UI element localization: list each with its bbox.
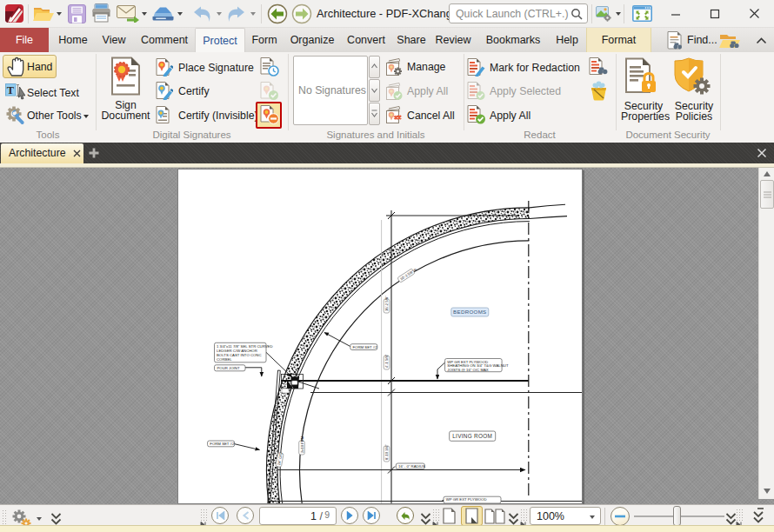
svg-text:JOISTS @ 16" O/C MAX: JOISTS @ 16" O/C MAX (447, 368, 489, 372)
svg-text:2x10 FRM: 2x10 FRM (300, 436, 304, 453)
svg-text:FORM SET #2: FORM SET #2 (210, 442, 235, 446)
svg-text:10'-3 5/8" R: 10'-3 5/8" R (399, 267, 417, 281)
svg-text:POUR JOINT: POUR JOINT (217, 366, 240, 370)
svg-text:4'-1 5/8": 4'-1 5/8" (384, 354, 389, 368)
svg-text:WP GR EXT PLYWOOD: WP GR EXT PLYWOOD (446, 497, 487, 502)
svg-text:FORM SET #2: FORM SET #2 (353, 345, 378, 349)
svg-text:LIVING ROOM: LIVING ROOM (452, 433, 492, 439)
svg-text:BEDROOMS: BEDROOMS (453, 309, 487, 315)
svg-text:CORBEL: CORBEL (217, 357, 232, 362)
svg-text:16'-2 5/8": 16'-2 5/8" (384, 296, 389, 311)
svg-text:16' - 0" RADIUS: 16' - 0" RADIUS (398, 464, 425, 469)
svg-text:8'-10 3/4": 8'-10 3/4" (384, 444, 389, 460)
svg-text:T: T (7, 84, 15, 96)
